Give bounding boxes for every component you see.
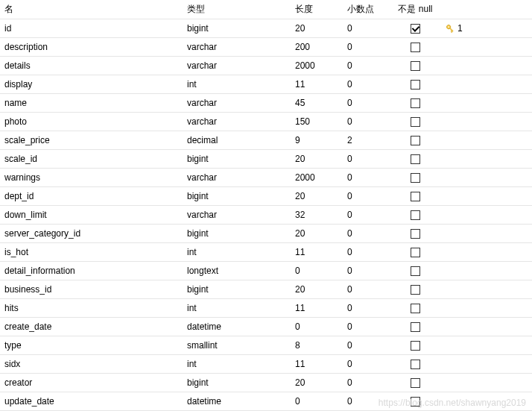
table-row[interactable]: creatorbigint200 <box>0 374 532 392</box>
cell-notnull[interactable] <box>391 225 440 243</box>
cell-type[interactable]: varchar <box>183 206 291 225</box>
cell-notnull[interactable] <box>391 75 440 94</box>
cell-scale[interactable]: 0 <box>343 262 391 280</box>
checkbox-notnull[interactable] <box>411 229 420 239</box>
cell-length[interactable]: 11 <box>291 299 343 318</box>
cell-type[interactable]: int <box>183 75 291 94</box>
cell-notnull[interactable] <box>391 262 440 280</box>
cell-notnull[interactable] <box>391 187 440 206</box>
cell-name[interactable]: name <box>0 94 183 113</box>
cell-notnull[interactable] <box>391 113 440 131</box>
cell-notnull[interactable] <box>391 206 440 225</box>
cell-name[interactable]: description <box>0 38 183 57</box>
cell-type[interactable]: varchar <box>183 38 291 57</box>
table-row[interactable]: sidxint110 <box>0 355 532 374</box>
table-row[interactable]: create_datedatetime00 <box>0 318 532 336</box>
cell-name[interactable]: sidx <box>0 355 183 374</box>
cell-length[interactable]: 9 <box>291 131 343 150</box>
cell-notnull[interactable] <box>391 318 440 336</box>
cell-scale[interactable]: 0 <box>343 150 391 169</box>
cell-notnull[interactable] <box>391 280 440 299</box>
cell-length[interactable]: 11 <box>291 75 343 94</box>
checkbox-notnull[interactable] <box>411 192 420 201</box>
cell-name[interactable]: photo <box>0 113 183 131</box>
cell-notnull[interactable] <box>391 38 440 57</box>
cell-scale[interactable]: 0 <box>343 169 391 187</box>
cell-length[interactable]: 11 <box>291 243 343 262</box>
header-key[interactable] <box>440 0 532 19</box>
table-row[interactable]: business_idbigint200 <box>0 280 532 299</box>
cell-scale[interactable]: 0 <box>343 225 391 243</box>
cell-notnull[interactable] <box>391 169 440 187</box>
cell-scale[interactable]: 0 <box>343 299 391 318</box>
cell-name[interactable]: detail_information <box>0 262 183 280</box>
cell-name[interactable]: create_date <box>0 318 183 336</box>
checkbox-notnull[interactable] <box>411 397 420 407</box>
cell-scale[interactable]: 0 <box>343 57 391 75</box>
table-row[interactable]: is_hotint110 <box>0 243 532 262</box>
cell-type[interactable]: bigint <box>183 19 291 38</box>
checkbox-notnull[interactable] <box>411 136 420 145</box>
cell-length[interactable]: 200 <box>291 38 343 57</box>
cell-length[interactable]: 45 <box>291 94 343 113</box>
cell-scale[interactable]: 0 <box>343 336 391 355</box>
table-row[interactable]: hitsint110 <box>0 299 532 318</box>
cell-length[interactable]: 0 <box>291 318 343 336</box>
header-notnull[interactable]: 不是 null <box>391 0 440 19</box>
cell-name[interactable]: details <box>0 57 183 75</box>
table-row[interactable]: namevarchar450 <box>0 94 532 113</box>
cell-scale[interactable]: 0 <box>343 38 391 57</box>
cell-name[interactable]: business_id <box>0 280 183 299</box>
cell-notnull[interactable] <box>391 355 440 374</box>
header-length[interactable]: 长度 <box>291 0 343 19</box>
cell-length[interactable]: 20 <box>291 225 343 243</box>
cell-type[interactable]: int <box>183 355 291 374</box>
cell-scale[interactable]: 0 <box>343 75 391 94</box>
cell-length[interactable]: 20 <box>291 19 343 38</box>
checkbox-notnull[interactable] <box>411 117 420 127</box>
table-row[interactable]: update_datedatetime00 <box>0 392 532 411</box>
cell-length[interactable]: 20 <box>291 374 343 392</box>
cell-type[interactable]: bigint <box>183 374 291 392</box>
cell-type[interactable]: datetime <box>183 392 291 411</box>
cell-length[interactable]: 8 <box>291 336 343 355</box>
cell-scale[interactable]: 0 <box>343 355 391 374</box>
checkbox-notnull[interactable] <box>411 360 420 369</box>
table-row[interactable]: scale_pricedecimal92 <box>0 131 532 150</box>
table-row[interactable]: detailsvarchar20000 <box>0 57 532 75</box>
cell-name[interactable]: update_date <box>0 392 183 411</box>
checkbox-notnull[interactable] <box>411 154 420 164</box>
table-row[interactable]: displayint110 <box>0 75 532 94</box>
cell-scale[interactable]: 0 <box>343 113 391 131</box>
checkbox-notnull[interactable] <box>411 248 420 257</box>
checkbox-notnull[interactable] <box>411 285 420 295</box>
cell-name[interactable]: dept_id <box>0 187 183 206</box>
table-row[interactable]: typesmallint80 <box>0 336 532 355</box>
cell-scale[interactable]: 0 <box>343 187 391 206</box>
checkbox-notnull[interactable] <box>411 98 420 108</box>
cell-type[interactable]: bigint <box>183 150 291 169</box>
cell-scale[interactable]: 0 <box>343 243 391 262</box>
cell-name[interactable]: server_category_id <box>0 225 183 243</box>
cell-type[interactable]: smallint <box>183 336 291 355</box>
cell-scale[interactable]: 0 <box>343 392 391 411</box>
cell-length[interactable]: 20 <box>291 150 343 169</box>
cell-length[interactable]: 2000 <box>291 169 343 187</box>
cell-length[interactable]: 150 <box>291 113 343 131</box>
cell-length[interactable]: 0 <box>291 392 343 411</box>
header-type[interactable]: 类型 <box>183 0 291 19</box>
cell-scale[interactable]: 0 <box>343 318 391 336</box>
cell-type[interactable]: bigint <box>183 225 291 243</box>
header-scale[interactable]: 小数点 <box>343 0 391 19</box>
checkbox-notnull[interactable] <box>411 43 420 52</box>
cell-scale[interactable]: 0 <box>343 94 391 113</box>
header-name[interactable]: 名 <box>0 0 183 19</box>
cell-notnull[interactable] <box>391 57 440 75</box>
cell-name[interactable]: display <box>0 75 183 94</box>
checkbox-notnull[interactable] <box>411 24 420 34</box>
cell-type[interactable]: int <box>183 243 291 262</box>
checkbox-notnull[interactable] <box>411 378 420 388</box>
table-row[interactable]: server_category_idbigint200 <box>0 225 532 243</box>
cell-name[interactable]: type <box>0 336 183 355</box>
cell-type[interactable]: varchar <box>183 57 291 75</box>
